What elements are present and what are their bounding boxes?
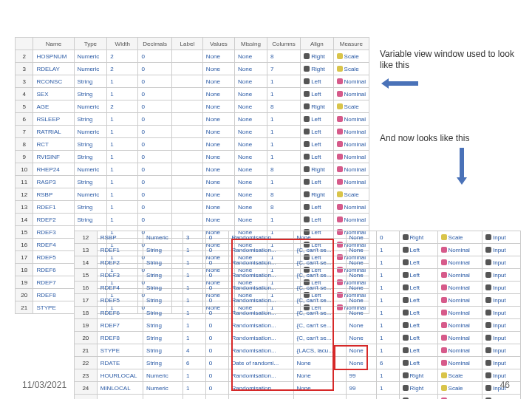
- measure-icon: [304, 141, 310, 147]
- measure-icon: [441, 360, 447, 366]
- measure-icon: [337, 141, 343, 147]
- table-row: 16RDEF4String10Randomisation...{C, can't…: [75, 282, 521, 294]
- arrow-down-to-new: [457, 148, 467, 185]
- measure-icon: [304, 204, 310, 210]
- table-row: 23HOURLOCALNumeric10Randomisation...None…: [75, 369, 521, 382]
- column-header: Align: [301, 38, 333, 50]
- measure-icon: [403, 322, 409, 328]
- measure-icon: [441, 372, 447, 378]
- footer-date: 11/03/2021: [22, 380, 66, 390]
- column-header: Columns: [267, 38, 300, 50]
- measure-icon: [485, 372, 491, 378]
- measure-icon: [403, 335, 409, 341]
- measure-icon: [337, 103, 343, 109]
- measure-icon: [441, 247, 447, 253]
- table-row: 2HOSPNUMNumeric20NoneNone8RightScale: [16, 50, 369, 63]
- column-header: Label: [171, 38, 202, 50]
- table-row: 25DAYLOCALNumeric10Randomisation...{1, S…: [75, 395, 521, 400]
- column-header: [16, 38, 33, 50]
- table-row: 5AGENumeric20NoneNone8RightScale: [16, 100, 369, 113]
- measure-icon: [485, 360, 491, 366]
- measure-icon: [337, 129, 343, 134]
- table-row: 13RDEF1String10Randomisation...{C, can't…: [75, 244, 521, 256]
- caption-new: And now looks like this: [380, 133, 525, 144]
- measure-icon: [403, 234, 409, 240]
- table-row: 13RDEF1String10NoneNone8LeftNominal: [16, 201, 369, 214]
- measure-icon: [485, 272, 491, 278]
- table-row: 14RDEF2String10Randomisation...{C, can't…: [75, 256, 521, 269]
- measure-icon: [337, 78, 343, 84]
- measure-icon: [403, 310, 409, 316]
- measure-icon: [337, 204, 343, 210]
- table-row: 9RVISINFString10NoneNone1LeftNominal: [16, 151, 369, 163]
- arrow-body-icon: [387, 81, 418, 86]
- measure-icon: [403, 372, 409, 378]
- table-row: 3RCONSCString10NoneNone1LeftNominal: [16, 75, 369, 88]
- measure-icon: [485, 284, 491, 290]
- measure-icon: [441, 297, 447, 303]
- measure-icon: [485, 322, 491, 328]
- column-header: Type: [74, 38, 107, 50]
- table-row: 10RHEP24Numeric10NoneNone8RightNominal: [16, 163, 369, 176]
- table-row: 8RCTString10NoneNone1LeftNominal: [16, 138, 369, 151]
- measure-icon: [485, 247, 491, 253]
- measure-icon: [304, 91, 310, 97]
- arrow-head-icon: [457, 177, 467, 185]
- table-row: 7RATRIALNumeric10NoneNone1LeftNominal: [16, 126, 369, 138]
- arrow-left-to-old: [381, 78, 418, 89]
- table-row: 19RDEF7String10Randomisation...{C, can't…: [75, 319, 521, 332]
- measure-icon: [304, 179, 310, 185]
- column-header: Width: [107, 38, 138, 50]
- measure-icon: [441, 347, 447, 353]
- measure-icon: [403, 284, 409, 290]
- table-row: 22RDATEString60Date of randomi...NoneNon…: [75, 357, 521, 369]
- measure-icon: [441, 310, 447, 316]
- table-row: 6RSLEEPString10NoneNone1LeftNominal: [16, 113, 369, 126]
- measure-icon: [337, 53, 343, 59]
- column-header: Measure: [333, 38, 369, 50]
- measure-icon: [485, 297, 491, 303]
- table-row: 4SEXString10NoneNone1LeftNominal: [16, 88, 369, 100]
- measure-icon: [485, 347, 491, 353]
- measure-icon: [304, 78, 310, 84]
- measure-icon: [304, 216, 310, 222]
- measure-icon: [403, 360, 409, 366]
- measure-icon: [403, 297, 409, 303]
- measure-icon: [403, 259, 409, 265]
- footer-page: 46: [500, 380, 510, 390]
- measure-icon: [403, 272, 409, 278]
- column-header: Decimals: [138, 38, 172, 50]
- table-row: 12RSBPNumeric30RandomisationNoneNone0Rig…: [75, 231, 521, 244]
- column-header: Name: [33, 38, 74, 50]
- table-row: 11RASP3String10NoneNone1LeftNominal: [16, 176, 369, 188]
- measure-icon: [337, 166, 343, 172]
- measure-icon: [337, 66, 343, 72]
- measure-icon: [485, 385, 491, 391]
- measure-icon: [403, 247, 409, 253]
- measure-icon: [337, 91, 343, 97]
- measure-icon: [485, 234, 491, 240]
- measure-icon: [304, 116, 310, 122]
- measure-icon: [441, 385, 447, 391]
- column-header: Missing: [234, 38, 267, 50]
- measure-icon: [337, 179, 343, 185]
- measure-icon: [441, 234, 447, 240]
- measure-icon: [337, 216, 343, 222]
- measure-icon: [485, 259, 491, 265]
- table-row: 21STYPEString40Randomisation...{LACS, la…: [75, 344, 521, 357]
- table-row: 20RDEF8String10Randomisation...{C, can't…: [75, 332, 521, 344]
- measure-icon: [337, 191, 343, 197]
- measure-icon: [337, 154, 343, 160]
- measure-icon: [485, 310, 491, 316]
- table-row: 18RDEF6String10Randomisation...{C, can't…: [75, 307, 521, 319]
- measure-icon: [304, 166, 310, 172]
- table-row: 14RDEF2String10NoneNone1LeftNominal: [16, 214, 369, 226]
- column-header: Values: [202, 38, 234, 50]
- table-row: 17RDEF5String10Randomisation...{C, can't…: [75, 294, 521, 307]
- variable-view-new-table: 12RSBPNumeric30RandomisationNoneNone0Rig…: [74, 231, 521, 399]
- measure-icon: [304, 53, 310, 59]
- measure-icon: [304, 154, 310, 160]
- caption-old: Variable view window used to look like t…: [380, 49, 525, 71]
- measure-icon: [441, 259, 447, 265]
- measure-icon: [304, 191, 310, 197]
